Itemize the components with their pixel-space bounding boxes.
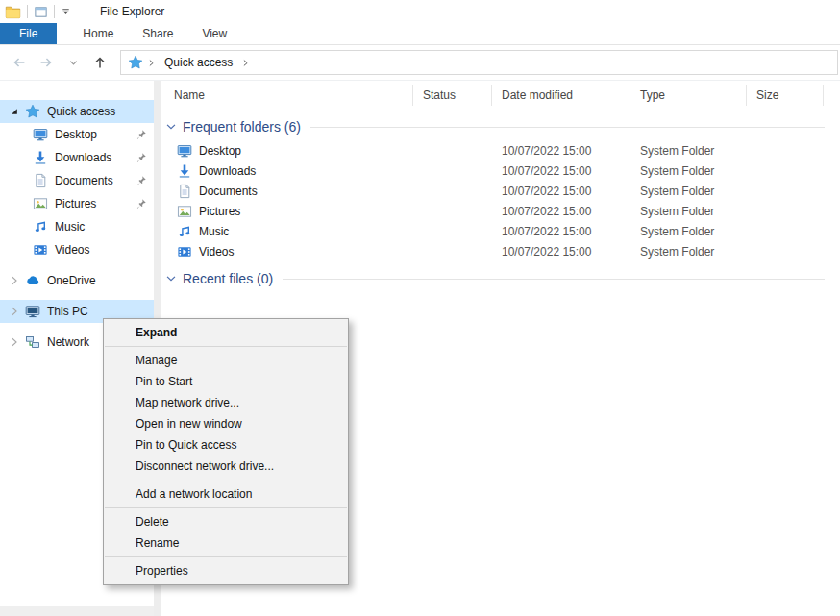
file-type-cell: System Folder bbox=[630, 144, 747, 158]
sidebar-item-quick-access[interactable]: Quick access bbox=[0, 100, 154, 123]
address-bar[interactable]: Quick access bbox=[120, 50, 838, 75]
up-button[interactable] bbox=[88, 51, 111, 74]
desktop-icon bbox=[177, 143, 192, 159]
menu-item-open-in-new-window[interactable]: Open in new window bbox=[104, 413, 348, 434]
file-date-cell: 10/07/2022 15:00 bbox=[492, 245, 630, 259]
menu-item-delete[interactable]: Delete bbox=[104, 511, 348, 532]
file-name: Documents bbox=[199, 185, 258, 198]
pin-icon bbox=[136, 152, 147, 163]
file-type-cell: System Folder bbox=[630, 185, 747, 198]
breadcrumb-quick-access[interactable]: Quick access bbox=[160, 56, 237, 69]
file-name-cell: Pictures bbox=[161, 204, 413, 219]
menu-item-pin-to-start[interactable]: Pin to Start bbox=[104, 371, 348, 392]
forward-arrow-icon bbox=[37, 54, 55, 71]
menu-item-pin-to-quick-access[interactable]: Pin to Quick access bbox=[104, 434, 348, 456]
menu-item-disconnect-network-drive[interactable]: Disconnect network drive... bbox=[104, 456, 348, 477]
file-type-cell: System Folder bbox=[630, 225, 747, 238]
file-name: Pictures bbox=[199, 205, 240, 218]
titlebar-separator bbox=[27, 5, 28, 18]
sidebar-item-documents[interactable]: Documents bbox=[0, 169, 154, 192]
this-pc-icon bbox=[25, 304, 40, 319]
file-name: Videos bbox=[199, 245, 234, 259]
sidebar-item-onedrive[interactable]: OneDrive bbox=[0, 269, 154, 292]
file-name: Downloads bbox=[199, 164, 256, 178]
menu-item-rename[interactable]: Rename bbox=[104, 532, 348, 554]
documents-icon bbox=[177, 184, 192, 199]
sidebar-item-desktop[interactable]: Desktop bbox=[0, 123, 154, 146]
forward-button[interactable] bbox=[35, 51, 58, 74]
column-header-name[interactable]: Name bbox=[161, 85, 413, 106]
sidebar-horizontal-scrollbar[interactable] bbox=[0, 606, 154, 616]
music-icon bbox=[177, 224, 192, 239]
qat-dropdown-icon[interactable] bbox=[61, 7, 71, 17]
file-name-cell: Videos bbox=[161, 244, 413, 259]
videos-icon bbox=[33, 242, 48, 258]
group-header-frequent-folders-6[interactable]: Frequent folders (6) bbox=[161, 117, 840, 136]
column-header-date-modified[interactable]: Date modified bbox=[492, 85, 630, 106]
tab-file[interactable]: File bbox=[0, 23, 57, 44]
titlebar-separator bbox=[54, 5, 55, 18]
file-row-pictures[interactable]: Pictures10/07/2022 15:00System Folder bbox=[161, 201, 840, 221]
file-type-cell: System Folder bbox=[630, 164, 747, 178]
sidebar-item-label: OneDrive bbox=[47, 274, 96, 287]
tab-home[interactable]: Home bbox=[68, 23, 128, 44]
sidebar-item-label: Quick access bbox=[47, 105, 115, 118]
group-chevron-icon[interactable] bbox=[164, 272, 178, 285]
menu-item-manage[interactable]: Manage bbox=[104, 350, 348, 371]
column-header-row: NameStatusDate modifiedTypeSize bbox=[161, 81, 840, 110]
file-date-cell: 10/07/2022 15:00 bbox=[492, 185, 630, 198]
menu-separator bbox=[105, 480, 347, 480]
sidebar-item-label: Music bbox=[55, 220, 85, 234]
sidebar-item-music[interactable]: Music bbox=[0, 215, 154, 238]
window-title: File Explorer bbox=[100, 5, 164, 18]
group-header-recent-files-0[interactable]: Recent files (0) bbox=[161, 269, 840, 288]
column-header-size[interactable]: Size bbox=[747, 85, 824, 106]
chevron-right-icon[interactable] bbox=[8, 335, 21, 349]
file-type-cell: System Folder bbox=[630, 245, 747, 259]
menu-item-map-network-drive[interactable]: Map network drive... bbox=[104, 392, 348, 413]
file-date-cell: 10/07/2022 15:00 bbox=[492, 164, 630, 178]
column-header-type[interactable]: Type bbox=[630, 85, 747, 106]
back-button[interactable] bbox=[8, 51, 31, 74]
file-name: Desktop bbox=[199, 144, 241, 158]
sidebar-item-label: Videos bbox=[55, 243, 89, 257]
menu-item-properties[interactable]: Properties bbox=[104, 560, 348, 581]
menu-item-add-a-network-location[interactable]: Add a network location bbox=[104, 483, 348, 505]
file-row-videos[interactable]: Videos10/07/2022 15:00System Folder bbox=[161, 241, 840, 261]
sidebar-item-pictures[interactable]: Pictures bbox=[0, 192, 154, 215]
breadcrumb-chevron-icon[interactable] bbox=[239, 57, 252, 69]
chevron-expanded-icon[interactable] bbox=[8, 105, 21, 118]
menu-item-expand[interactable]: Expand bbox=[104, 322, 348, 343]
desktop-icon bbox=[33, 127, 48, 142]
file-row-downloads[interactable]: Downloads10/07/2022 15:00System Folder bbox=[161, 160, 840, 181]
sidebar-item-downloads[interactable]: Downloads bbox=[0, 146, 154, 169]
group-rule bbox=[283, 279, 825, 280]
downloads-icon bbox=[33, 150, 48, 165]
file-explorer-window: File Explorer FileHomeShareView Quick ac… bbox=[0, 0, 840, 616]
sidebar-item-videos[interactable]: Videos bbox=[0, 238, 154, 261]
tab-view[interactable]: View bbox=[187, 23, 241, 44]
file-row-documents[interactable]: Documents10/07/2022 15:00System Folder bbox=[161, 181, 840, 201]
breadcrumb-chevron-icon[interactable] bbox=[145, 57, 158, 69]
ribbon-tab-bar: FileHomeShareView bbox=[0, 23, 840, 45]
group-label: Recent files (0) bbox=[183, 271, 273, 286]
sidebar-item-label: Pictures bbox=[55, 197, 96, 210]
chevron-right-icon[interactable] bbox=[8, 274, 21, 287]
chevron-right-icon[interactable] bbox=[8, 305, 21, 318]
network-icon bbox=[25, 334, 40, 350]
menu-separator bbox=[105, 507, 347, 508]
sidebar-item-label: Downloads bbox=[55, 151, 111, 164]
file-row-music[interactable]: Music10/07/2022 15:00System Folder bbox=[161, 221, 840, 241]
column-header-status[interactable]: Status bbox=[413, 85, 492, 106]
pin-icon bbox=[136, 129, 147, 140]
tab-share[interactable]: Share bbox=[128, 23, 187, 44]
pictures-icon bbox=[177, 204, 192, 219]
recent-locations-button[interactable] bbox=[62, 51, 85, 74]
file-row-desktop[interactable]: Desktop10/07/2022 15:00System Folder bbox=[161, 140, 840, 160]
pin-icon bbox=[136, 198, 147, 209]
group-chevron-icon[interactable] bbox=[164, 120, 178, 134]
app-folder-icon[interactable] bbox=[5, 4, 21, 20]
qat-folder-icon[interactable] bbox=[34, 5, 48, 19]
documents-icon bbox=[33, 173, 48, 188]
quick-access-star-icon bbox=[128, 55, 143, 70]
